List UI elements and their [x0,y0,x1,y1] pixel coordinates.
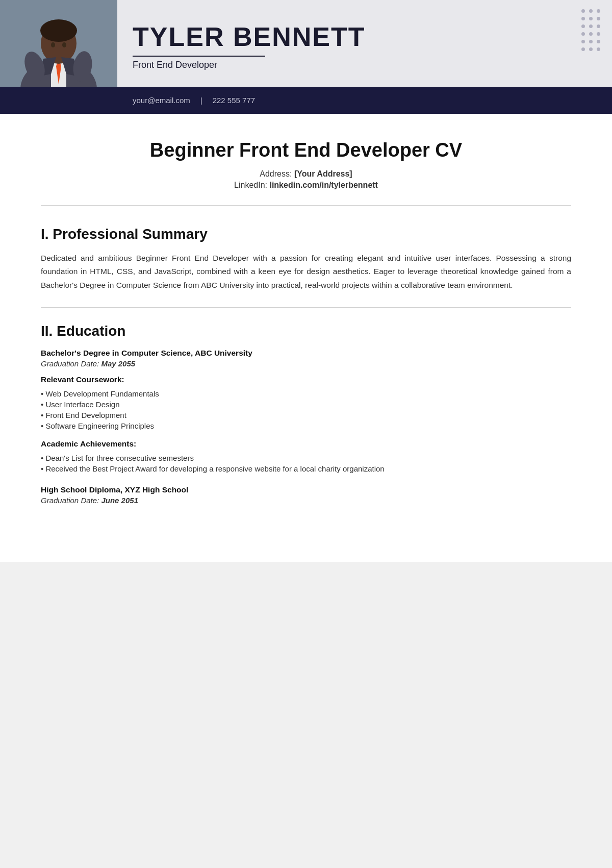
contact-divider: | [200,96,202,105]
achievements-list: Dean's List for three consecutive semest… [41,453,571,474]
svg-point-5 [40,19,77,42]
dot [589,17,593,20]
svg-point-6 [51,42,55,47]
candidate-name: TYLER BENNETT [133,22,556,52]
contact-email: your@email.com [133,96,190,105]
dot [581,17,585,20]
dot [597,32,600,36]
page-main-title: Beginner Front End Developer CV [41,139,571,161]
linkedin-line: LinkedIn: linkedin.com/in/tylerbennett [41,181,571,190]
person-illustration [0,0,117,87]
dot [597,9,600,13]
linkedin-label: LinkedIn: [234,181,267,189]
job-title: Front End Developer [133,60,556,70]
dot [589,47,593,51]
address-line: Address: [Your Address] [41,169,571,179]
dot [597,24,600,28]
dot [581,24,585,28]
dot [589,40,593,43]
professional-summary-body: Dedicated and ambitious Beginner Front E… [41,252,571,292]
dot [589,32,593,36]
address-value: [Your Address] [294,169,352,178]
dot [581,9,585,13]
dot [581,32,585,36]
coursework-item: User Interface Design [41,399,571,410]
main-content: Beginner Front End Developer CV Address:… [0,114,612,562]
contact-bar: your@email.com | 222 555 777 [0,87,612,114]
professional-summary-title: I. Professional Summary [41,226,571,242]
dots-decoration [571,0,612,87]
svg-point-7 [62,42,66,47]
dot [589,9,593,13]
address-label: Address: [260,169,292,178]
edu-highschool: High School Diploma, XYZ High School Gra… [41,485,571,505]
graduation-date-hs: June 2051 [101,496,138,505]
dots-grid [581,9,602,53]
graduation-date-bachelors: May 2055 [101,359,135,368]
edu-bachelors: Bachelor's Degree in Computer Science, A… [41,349,571,474]
name-area: TYLER BENNETT Front End Developer [117,0,571,87]
title-divider [133,56,265,57]
education-title: II. Education [41,323,571,339]
coursework-title: Relevant Coursework: [41,375,571,384]
achievements-title: Academic Achievements: [41,439,571,449]
graduation-label-hs: Graduation Date: [41,496,99,505]
linkedin-value: linkedin.com/in/tylerbennett [269,181,377,189]
dot [597,17,600,20]
contact-phone: 222 555 777 [213,96,255,105]
achievement-item: Dean's List for three consecutive semest… [41,453,571,463]
edu-highschool-date: Graduation Date: June 2051 [41,496,571,505]
coursework-item: Web Development Fundamentals [41,388,571,399]
dot [589,24,593,28]
coursework-item: Front End Development [41,410,571,420]
profile-photo [0,0,117,87]
edu-highschool-degree: High School Diploma, XYZ High School [41,485,571,494]
education-section: II. Education Bachelor's Degree in Compu… [41,323,571,531]
coursework-list: Web Development Fundamentals User Interf… [41,388,571,431]
dot [581,40,585,43]
achievement-item: Received the Best Project Award for deve… [41,463,571,474]
dot [597,47,600,51]
dot [581,47,585,51]
page-title-section: Beginner Front End Developer CV Address:… [41,139,571,206]
edu-bachelors-date: Graduation Date: May 2055 [41,359,571,368]
profile-photo-area [0,0,117,87]
header: TYLER BENNETT Front End Developer [0,0,612,87]
professional-summary-section: I. Professional Summary Dedicated and am… [41,226,571,308]
graduation-label: Graduation Date: [41,359,99,368]
edu-bachelors-degree: Bachelor's Degree in Computer Science, A… [41,349,571,358]
dot [597,40,600,43]
coursework-item: Software Engineering Principles [41,420,571,431]
